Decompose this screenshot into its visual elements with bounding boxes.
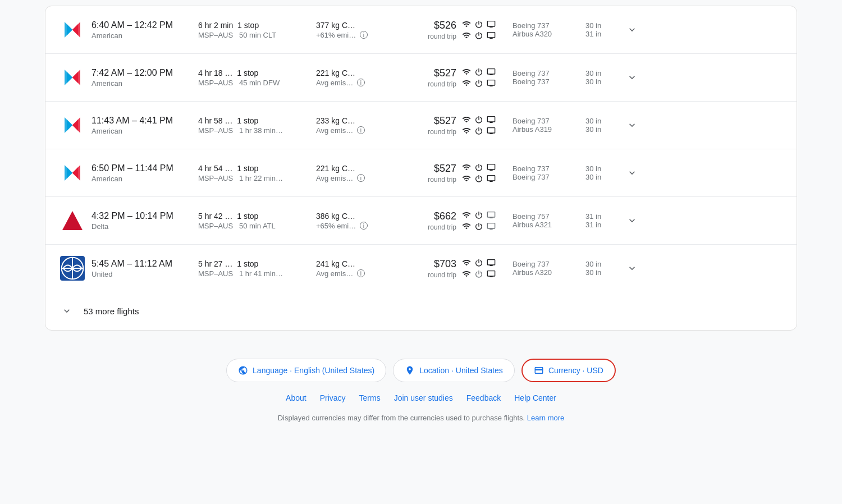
power-icon [474,115,483,124]
svg-marker-7 [72,72,78,83]
route-detail: MSP–AUS 1 hr 38 min… [198,126,310,135]
expand-button[interactable] [622,167,642,178]
power-icon [474,67,483,76]
location-button[interactable]: Location · United States [393,359,515,382]
power-icon [474,258,483,267]
price-label: round trip [395,176,456,184]
wifi-icon [462,269,471,278]
more-flights-row[interactable]: 53 more flights [45,292,797,330]
expand-button[interactable] [622,24,642,35]
flight-legroom: 31 in 31 in [585,212,616,229]
legroom-value-1: 30 in [585,69,616,77]
price-label: round trip [395,80,456,88]
aircraft-model-1: Boeing 737 [512,117,580,125]
expand-button[interactable] [622,72,642,83]
expand-button[interactable] [622,263,642,274]
flight-time: 11:43 AM – 4:41 PM [91,116,193,126]
flight-legroom: 30 in 30 in [585,117,616,134]
chevron-down-icon [626,24,638,35]
flight-amenities [462,210,507,231]
info-icon[interactable]: i [360,31,368,39]
flight-price: $527 round trip [395,115,456,136]
amenity-row-2 [462,174,507,183]
emissions-value: 241 kg C… [316,259,389,268]
flight-row[interactable]: 11:43 AM – 4:41 PM American 4 hr 58 … 1 … [45,102,797,149]
wifi-icon [462,174,471,183]
flight-row[interactable]: 7:42 AM – 12:00 PM American 4 hr 18 … 1 … [45,54,797,102]
wifi-icon [462,210,471,219]
footer-buttons: Language · English (United States) Locat… [226,359,616,382]
flight-time-airline: 7:42 AM – 12:00 PM American [91,68,193,88]
learn-more-link[interactable]: Learn more [527,414,564,422]
amenity-row-1 [462,20,507,29]
flight-price: $662 round trip [395,210,456,231]
power-icon [474,31,483,40]
amenity-row-1 [462,210,507,219]
flight-row[interactable]: 5:45 AM – 11:12 AM United 5 hr 27 … 1 st… [45,245,797,292]
power-icon [474,20,483,29]
flight-row[interactable]: 6:50 PM – 11:44 PM American 4 hr 54 … 1 … [45,149,797,197]
footer-link-terms[interactable]: Terms [359,393,381,402]
svg-marker-11 [72,120,78,131]
footer-link-feedback[interactable]: Feedback [466,393,501,402]
flight-time: 7:42 AM – 12:00 PM [91,68,193,78]
screen-icon [487,115,496,124]
flight-legroom: 30 in 31 in [585,21,616,38]
emissions-value: 377 kg C… [316,21,389,30]
emissions-label: Avg emis… i [316,79,389,87]
price-value: $527 [395,67,456,79]
flight-row[interactable]: 6:40 AM – 12:42 PM American 6 hr 2 min 1… [45,6,797,54]
info-icon[interactable]: i [357,269,365,277]
wifi-icon [462,67,471,76]
legroom-value-2: 31 in [585,30,616,38]
airline-name: American [91,127,193,135]
more-flights-text: 53 more flights [84,306,139,316]
wifi-icon [462,258,471,267]
footer-link-about[interactable]: About [286,393,306,402]
info-icon[interactable]: i [357,79,365,86]
airline-logo [59,16,86,43]
route-detail: MSP–AUS 45 min DFW [198,79,310,87]
flight-emissions: 386 kg C… +65% emi… i [316,212,389,230]
route-duration: 4 hr 18 … 1 stop [198,68,310,77]
language-button[interactable]: Language · English (United States) [226,359,386,382]
flight-row[interactable]: 4:32 PM – 10:14 PM Delta 5 hr 42 … 1 sto… [45,197,797,245]
location-label: Location · United States [419,366,503,375]
airline-name: United [91,270,193,278]
currency-button[interactable]: Currency · USD [521,359,616,382]
emissions-label: +65% emi… i [316,222,389,230]
price-value: $527 [395,163,456,175]
legroom-value-1: 30 in [585,260,616,268]
flight-aircraft: Boeing 737 Boeing 737 [512,69,580,86]
expand-button[interactable] [622,215,642,226]
route-duration: 6 hr 2 min 1 stop [198,21,310,30]
american-airlines-logo [60,161,85,185]
airline-logo [59,64,86,91]
flight-price: $703 round trip [395,258,456,279]
flight-time-airline: 6:40 AM – 12:42 PM American [91,20,193,40]
screen-icon [487,20,496,29]
expand-more-icon [59,303,75,319]
flight-aircraft: Boeing 737 Airbus A319 [512,117,580,134]
footer-link-join-user-studies[interactable]: Join user studies [394,393,453,402]
expand-button[interactable] [622,120,642,131]
flight-time: 6:50 PM – 11:44 PM [91,163,193,173]
power-icon [474,163,483,172]
legroom-value-1: 30 in [585,117,616,125]
chevron-down-icon [626,215,638,226]
info-icon[interactable]: i [357,174,365,182]
route-detail: MSP–AUS 50 min CLT [198,31,310,39]
emissions-label: Avg emis… i [316,269,389,278]
info-icon[interactable]: i [357,126,365,134]
footer-link-help-center[interactable]: Help Center [514,393,556,402]
legroom-value-2: 30 in [585,268,616,277]
screen-icon [487,163,496,172]
power-icon [474,174,483,183]
amenity-row-2 [462,269,507,278]
screen-icon [487,174,496,183]
flight-time: 5:45 AM – 11:12 AM [91,259,193,269]
aircraft-model-2: Airbus A320 [512,30,580,38]
footer-link-privacy[interactable]: Privacy [320,393,346,402]
info-icon[interactable]: i [360,222,368,230]
legroom-value-2: 31 in [585,221,616,229]
